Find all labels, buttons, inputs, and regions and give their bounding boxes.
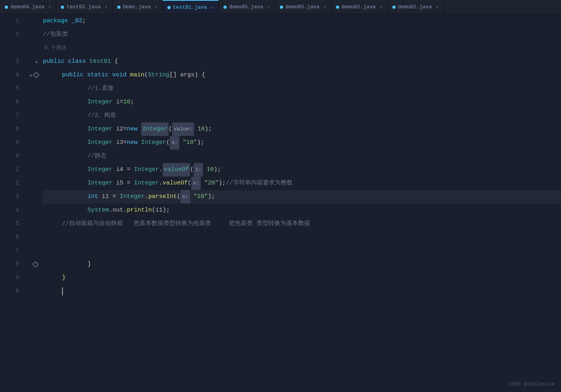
gutter-11 — [24, 163, 40, 177]
tab-demo01[interactable]: demo01.java ✕ — [388, 0, 444, 14]
tab-close[interactable]: ✕ — [323, 4, 326, 10]
tab-test01[interactable]: test01.java ✕ — [163, 0, 219, 14]
watermark: CSDN @XXXJessie — [508, 381, 555, 387]
type-integer-9: Integer — [87, 136, 113, 149]
code-line-1: package _02 ; — [43, 14, 561, 28]
tab-close[interactable]: ✕ — [380, 4, 382, 10]
code-line-10: //静态 — [43, 149, 561, 163]
pkg-name: _02 — [72, 14, 82, 28]
editor: 1 2 - 3 4 5 6 7 8 9 0 1 2 3 4 5 6 7 8 9 … — [0, 14, 561, 392]
gutter-7 — [24, 109, 40, 122]
svg-rect-0 — [33, 72, 39, 78]
tab-test02[interactable]: test02.java ✕ — [56, 0, 112, 14]
fold-arrow-3[interactable]: ▶ — [35, 59, 38, 64]
line-num-1: 1 — [0, 14, 19, 28]
line-num-8: 8 — [0, 122, 19, 136]
type-integer-6: Integer — [87, 95, 113, 109]
code-line-15: //自动装箱与自动拆箱 把基本数据类型转换为包装类 把包装类 类型转换为基本数据 — [43, 217, 561, 231]
tab-close[interactable]: ✕ — [155, 4, 157, 10]
method-parseint: parseInt — [148, 190, 177, 204]
param-hint-s-12: s: — [191, 177, 201, 190]
code-line-16 — [43, 231, 561, 244]
code-line-8: Integer i2 = new Integer ( value: 10 ); — [43, 122, 561, 136]
kw-class: class — [68, 55, 86, 68]
code-area[interactable]: 1 2 - 3 4 5 6 7 8 9 0 1 2 3 4 5 6 7 8 9 … — [0, 14, 561, 392]
tab-icon — [117, 6, 120, 9]
code-line-7: //2。构造 — [43, 109, 561, 122]
gutter-2 — [24, 28, 40, 41]
gutter-4[interactable]: ▶ — [24, 68, 40, 82]
line-num-2: 2 — [0, 28, 19, 41]
val-10-6: 10 — [123, 95, 130, 109]
gutter-14 — [24, 204, 40, 217]
gutter: ▶ ▶ — [24, 14, 40, 392]
var-i5: i5 — [116, 177, 123, 190]
line-num-6: 6 — [0, 95, 19, 109]
code-line-20[interactable] — [43, 285, 561, 298]
method-valueof-11: valueOf — [163, 163, 190, 177]
class-integer-8: Integer — [141, 122, 169, 136]
tab-bar: demo04.java ✕ test02.java ✕ Demo.java ✕ … — [0, 0, 561, 14]
code-line-3: public class test01 { — [43, 55, 561, 68]
bookmark-icon-18 — [33, 262, 38, 267]
tab-close[interactable]: ✕ — [211, 5, 214, 10]
tab-demo05a[interactable]: demo05.java ✕ — [219, 0, 275, 14]
class-system: System — [87, 204, 109, 217]
comment-line12: //字符串内容要求为整数 — [226, 177, 293, 190]
param-hint-value: value: — [172, 122, 194, 136]
val-10-8: 10 — [198, 122, 205, 136]
method-println: println — [127, 204, 152, 217]
tab-label: demo04.java — [10, 4, 45, 10]
type-string: String — [148, 68, 169, 82]
var-i3: i3 — [116, 136, 123, 149]
gutter-18[interactable] — [24, 258, 40, 271]
cursor — [62, 287, 63, 295]
kw-public-4: public — [62, 68, 83, 82]
tab-icon — [5, 6, 8, 9]
fold-arrow-4[interactable]: ▶ — [30, 73, 33, 78]
tab-demo[interactable]: Demo.java ✕ — [113, 0, 163, 14]
tab-close[interactable]: ✕ — [105, 4, 107, 10]
tab-close[interactable]: ✕ — [267, 4, 270, 10]
code-line-5: //1.直接 — [43, 82, 561, 95]
str-10-9: "10" — [183, 136, 197, 149]
gutter-3[interactable]: ▶ — [24, 55, 40, 68]
line-num-18: 8 — [0, 258, 19, 271]
code-line-14: System . out . println ( i1 ); — [43, 204, 561, 217]
tab-demo04[interactable]: demo04.java ✕ — [0, 0, 56, 14]
tab-label: test02.java — [66, 4, 101, 10]
tab-close[interactable]: ✕ — [49, 4, 51, 10]
tab-close[interactable]: ✕ — [436, 4, 439, 10]
code-content[interactable]: package _02 ; //包装类 0 个用法 public class t… — [40, 14, 561, 392]
tab-demo02[interactable]: demo02.java ✕ — [331, 0, 387, 14]
class-name: test01 — [89, 55, 111, 68]
brace-close-19: } — [62, 271, 66, 285]
comment-line10: //静态 — [87, 149, 107, 163]
method-valueof-12: valueOf — [163, 177, 188, 190]
comment-line15: //自动装箱与自动拆箱 把基本数据类型转换为包装类 把包装类 类型转换为基本数据 — [62, 217, 310, 231]
param-hint-i: i: — [194, 163, 203, 177]
comment-line2: //包装类 — [43, 28, 68, 41]
code-line-19: } — [43, 271, 561, 285]
tab-demo05b[interactable]: demo05.java ✕ — [275, 0, 331, 14]
gutter-16 — [24, 231, 40, 244]
code-line-4: public static void main ( String [] args… — [43, 68, 561, 82]
line-num-17: 7 — [0, 244, 19, 258]
var-i: i — [116, 95, 120, 109]
gutter-blank — [24, 41, 40, 55]
class-integer-11: Integer — [134, 163, 159, 177]
kw-new-9: new — [127, 136, 138, 149]
param-hint-s-9: s: — [170, 136, 179, 149]
code-line-18: } — [43, 258, 561, 271]
gutter-5 — [24, 82, 40, 95]
gutter-19 — [24, 271, 40, 285]
comment-line7: //2。构造 — [87, 109, 116, 122]
kw-void: void — [112, 68, 126, 82]
gutter-12 — [24, 177, 40, 190]
kw-static: static — [87, 68, 109, 82]
tab-label: demo05.java — [285, 4, 320, 10]
class-integer-13: Integer — [120, 190, 145, 204]
var-i1: i1 — [102, 190, 109, 204]
line-num-4: 4 — [0, 68, 19, 82]
gutter-20 — [24, 285, 40, 298]
